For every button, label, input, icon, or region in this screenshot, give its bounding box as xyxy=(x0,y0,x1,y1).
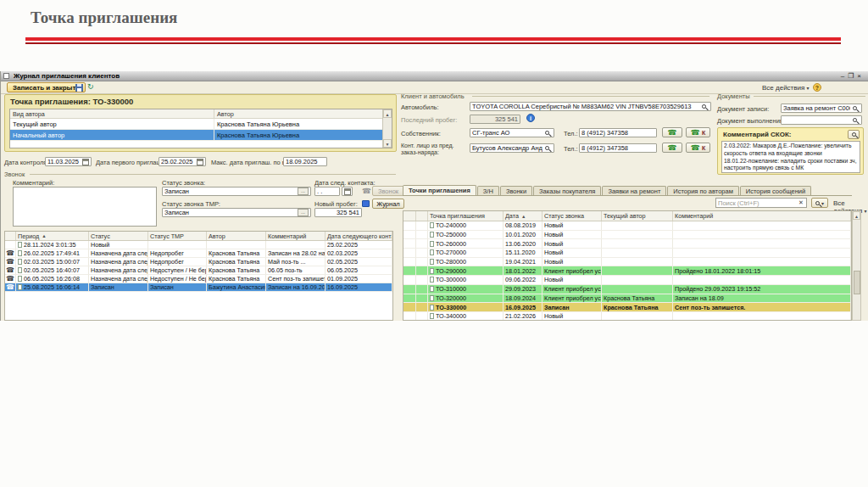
table-row[interactable]: ТО-25000010.01.2020Новый xyxy=(403,231,851,240)
save-icon[interactable] xyxy=(75,84,83,92)
info-icon[interactable]: i xyxy=(526,114,535,122)
restore-icon[interactable]: ❐ xyxy=(848,72,857,80)
column-header-comment[interactable]: Комментарий xyxy=(673,211,851,221)
call-owner-button[interactable]: ☎ xyxy=(662,127,682,137)
table-row[interactable]: 02.05.2025 16:40:07Назначена дата следу.… xyxy=(5,266,392,275)
table-row[interactable]: ТО-27000015.11.2020Новый xyxy=(403,249,851,258)
table-row[interactable]: 26.02.2025 17:49:41Назначена дата следу.… xyxy=(5,249,392,258)
scroll-down-icon[interactable]: ▼ xyxy=(383,139,392,148)
clear-search-icon[interactable]: ✕ xyxy=(798,199,804,206)
search-input[interactable] xyxy=(715,198,807,208)
owner-label: Собственник: xyxy=(401,130,441,137)
journal-button[interactable]: Журнал xyxy=(372,199,404,209)
table-row[interactable]: ТО-30000009.06.2022Новый xyxy=(403,276,851,285)
first-invite-field[interactable]: 25.02.2025 xyxy=(159,157,206,166)
control-date-field[interactable]: 11.03.2025 xyxy=(45,157,92,166)
calendar-icon[interactable] xyxy=(197,159,203,165)
contact-tel-field[interactable]: 8 (4912) 347358 xyxy=(579,143,657,153)
title-underline-bottom xyxy=(25,42,841,44)
column-header-point[interactable]: Точка приглашения xyxy=(428,211,504,221)
ellipsis-icon[interactable]: ... xyxy=(298,209,309,216)
column-header-comment[interactable]: Комментарий xyxy=(266,232,326,240)
lookup-button[interactable] xyxy=(542,129,552,137)
call-owner-k-button[interactable]: ☎К xyxy=(686,127,710,137)
tab-baseline xyxy=(403,195,852,196)
owner-field[interactable]: СГ-транс АО xyxy=(470,128,554,137)
column-header-author[interactable]: Автор xyxy=(214,109,392,118)
contact-label: Конт. лицо из пред. заказ-наряда: xyxy=(401,143,465,156)
window-controls[interactable]: –❐× xyxy=(841,72,865,80)
page-title: Точка приглашения xyxy=(31,8,177,27)
scroll-up-icon[interactable]: ▲ xyxy=(853,211,860,220)
call-button[interactable]: Звонок xyxy=(372,186,404,196)
scrollbar-thumb[interactable] xyxy=(854,271,860,294)
exec-document-field[interactable] xyxy=(781,115,862,125)
lookup-button[interactable] xyxy=(850,104,860,112)
refresh-icon[interactable]: ↻ xyxy=(87,82,96,92)
table-row[interactable]: ТО-24000008.08.2019Новый xyxy=(403,221,851,231)
contact-field[interactable]: Бутусов Александр Андрианович xyxy=(470,143,554,153)
lookup-button[interactable] xyxy=(850,116,860,124)
calendar-icon[interactable] xyxy=(82,159,89,165)
phone-icon xyxy=(6,250,14,256)
table-row[interactable]: ТО-32000018.09.2024Клиент приобрел услуг… xyxy=(403,294,851,304)
table-row[interactable]: ТО-28000019.04.2021Новый xyxy=(403,258,851,267)
record-document-field[interactable]: Заявка на ремонт С000002855 от 25 xyxy=(781,104,862,113)
column-header-call-status[interactable]: Статус звонка xyxy=(542,211,602,221)
column-header-kind[interactable]: Вид автора xyxy=(10,109,214,118)
table-row[interactable]: ТО-31000029.09.2023Клиент приобрел услуг… xyxy=(403,285,851,294)
points-scrollbar[interactable]: ▲ xyxy=(852,210,861,321)
search-button[interactable]: ▾ xyxy=(811,198,828,208)
call-contact-button[interactable]: ☎ xyxy=(662,143,682,153)
call-status-tmp-field[interactable]: Записан... xyxy=(162,208,311,217)
app-window: Журнал приглашения клиентов –❐× Записать… xyxy=(0,71,868,321)
history-header: Период▲ Статус Статус ТМР Автор Коммента… xyxy=(5,232,392,241)
comment-textarea[interactable] xyxy=(13,187,157,227)
lookup-button[interactable] xyxy=(699,103,709,110)
authors-table-header: Вид автора Автор xyxy=(10,109,392,119)
column-header-current-author[interactable]: Текущий автор xyxy=(602,211,673,221)
table-row[interactable]: 28.11.2024 3:01:35Новый25.02.2025 xyxy=(5,241,392,249)
new-mileage-field[interactable]: 325 541 xyxy=(314,208,362,217)
scroll-up-icon[interactable]: ▲ xyxy=(383,109,392,118)
car-field[interactable]: TOYOTA COROLLA Серебристый № М883АМ62 VI… xyxy=(470,102,711,111)
calendar-button[interactable] xyxy=(342,187,353,196)
magnifier-icon xyxy=(702,104,706,109)
document-icon xyxy=(430,295,434,301)
table-row[interactable]: ТО-33000016.09.2025ЗаписанКраснова Татья… xyxy=(403,303,851,312)
column-header-period[interactable]: Период▲ xyxy=(16,232,89,240)
skok-open-button[interactable] xyxy=(848,130,860,139)
table-row[interactable]: Текущий авторКраснова Татьяна Юрьевна xyxy=(10,119,392,130)
call-status-field[interactable]: Записан... xyxy=(162,187,311,196)
column-header-status[interactable]: Статус xyxy=(89,232,148,240)
points-header: Точка приглашения Дата▲ Статус звонка Те… xyxy=(403,211,851,221)
table-row[interactable]: 25.08.2025 16:06:14ЗаписанЗаписанБажутин… xyxy=(5,283,392,292)
close-icon[interactable]: × xyxy=(857,72,865,80)
max-date-field[interactable]: 18.09.2025 xyxy=(283,157,327,166)
control-date-label: Дата контроля: xyxy=(4,159,49,166)
owner-tel-field[interactable]: 8 (4912) 347358 xyxy=(579,128,657,137)
minimize-icon[interactable]: – xyxy=(841,72,848,80)
ellipsis-icon[interactable]: ... xyxy=(298,188,309,195)
column-header-author[interactable]: Автор xyxy=(207,232,266,240)
help-icon[interactable]: ? xyxy=(813,83,821,92)
authors-scrollbar[interactable]: ▲ ▼ xyxy=(382,109,392,148)
table-row[interactable]: 02.03.2025 15:00:07Назначена дата следу.… xyxy=(5,258,392,266)
chevron-down-icon: ▾ xyxy=(865,209,867,214)
table-row[interactable]: ТО-34000021.02.2026Новый xyxy=(403,312,851,321)
column-header-date[interactable]: Дата▲ xyxy=(504,211,542,221)
call-contact-k-button[interactable]: ☎К xyxy=(686,143,710,153)
table-row[interactable]: 06.05.2025 16:26:08Назначена дата следу.… xyxy=(5,275,392,283)
document-icon xyxy=(430,249,434,255)
save-close-button[interactable]: Записать и закрыть xyxy=(7,82,86,92)
next-contact-field[interactable]: . . xyxy=(314,187,340,196)
lookup-button[interactable] xyxy=(542,144,552,152)
column-header-status-tmp[interactable]: Статус ТМР xyxy=(148,232,207,240)
column-header-next-contact[interactable]: Дата следующего контакта xyxy=(326,232,392,240)
calendar-icon xyxy=(344,188,351,195)
table-row[interactable]: Начальный авторКраснова Татьяна Юрьевна xyxy=(10,130,392,141)
toolbar-all-actions[interactable]: Все действия ▾ xyxy=(762,84,810,92)
table-row[interactable]: ТО-29000018.01.2022Клиент приобрел услуг… xyxy=(403,266,851,276)
table-row[interactable]: ТО-26000013.06.2020Новый xyxy=(403,239,851,249)
magnifier-icon xyxy=(545,146,549,150)
